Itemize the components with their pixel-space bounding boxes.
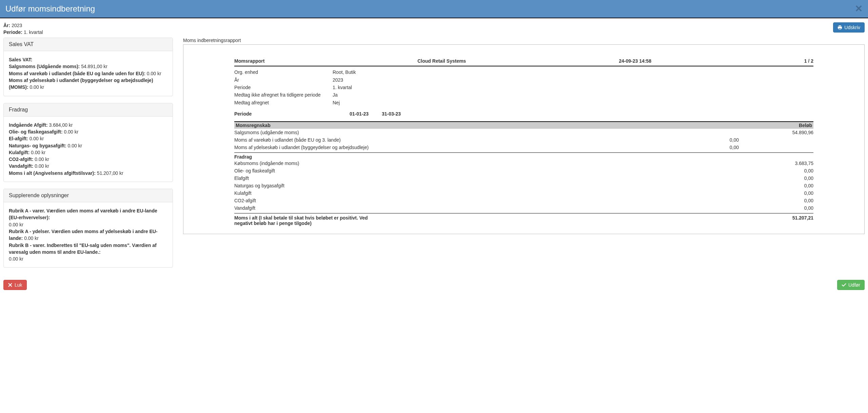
- panel-line-value: 0.00 kr: [35, 163, 49, 169]
- report-meta-value: Nej: [333, 99, 340, 106]
- x-icon: [8, 283, 13, 287]
- report-total-label: Moms i alt (I skal betale til skat hvis …: [234, 215, 377, 226]
- panel-line-label: Moms af varekøb i udlandet (både EU og l…: [9, 71, 147, 76]
- report-row-label: Elafgift: [234, 175, 780, 181]
- report-row: CO2-afgift0,00: [234, 197, 813, 204]
- report-row-label: CO2-afgift: [234, 198, 780, 203]
- panel-line-label: Moms i alt (Angivelsens afgiftstilsvar):: [9, 170, 97, 176]
- panel-line-value: 54.891,00 kr: [81, 64, 107, 69]
- report-row: Salgsmoms (udgående moms)54.890,96: [234, 129, 813, 136]
- report-head-company: Cloud Retail Systems: [417, 58, 466, 64]
- report-meta-key: År: [234, 76, 333, 84]
- report-row-label: Salgsmoms (udgående moms): [234, 130, 712, 135]
- report-meta-key: Medtag afregnet: [234, 99, 333, 106]
- panel-sales-vat: Sales VAT Sales VAT: Salgsmoms (Udgående…: [3, 38, 173, 96]
- report-period-to: 31-03-23: [382, 111, 401, 117]
- modal-title: Udfør momsindberetning: [5, 4, 95, 14]
- panel-line-value: 3.684,00 kr: [49, 122, 73, 128]
- year-value: 2023: [12, 23, 22, 28]
- report-caption: Moms indberetningsrapport: [183, 38, 865, 43]
- panel-line-label: CO2-afgift:: [9, 157, 35, 162]
- panel-deductions-title: Fradrag: [4, 103, 173, 117]
- report-period-from: 01-01-23: [350, 111, 382, 117]
- report-row-value: 0,00: [780, 183, 813, 188]
- report-row-value: 54.890,96: [780, 130, 813, 135]
- report-row: Købsmoms (indgående moms)3.683,75: [234, 160, 813, 167]
- panel-deductions: Fradrag Indgående Afgift: 3.684,00 krOli…: [3, 103, 173, 182]
- panel-line-label: Salgsmoms (Udgående moms):: [9, 64, 81, 69]
- modal-header: Udfør momsindberetning ✕: [0, 0, 868, 18]
- panel-supplementary-title: Supplerende oplysninger: [4, 189, 173, 202]
- report-preview[interactable]: Momsrapport Cloud Retail Systems 24-09-2…: [183, 44, 865, 234]
- report-row-label: Moms af varekøb i udlandet (både EU og 3…: [234, 137, 712, 143]
- panel-line-value: 0.00 kr: [35, 157, 49, 162]
- report-row-label: Moms af ydelseskøb i udlandet (byggeydel…: [234, 145, 712, 150]
- report-fradrag-label: Fradrag: [234, 154, 252, 160]
- panel-line-label: Olie- og flaskegasafgift:: [9, 129, 64, 135]
- panel-line-value: 0.00 kr: [147, 71, 161, 76]
- report-meta-value: 2023: [333, 76, 343, 84]
- report-meta-value: Ja: [333, 91, 338, 99]
- panel-line-label: Sales VAT:: [9, 57, 33, 62]
- close-button-label: Luk: [15, 282, 22, 288]
- panel-line-value: 0.00 kr: [24, 235, 39, 241]
- close-button[interactable]: Luk: [3, 280, 27, 290]
- report-row-label: Købsmoms (indgående moms): [234, 161, 780, 166]
- report-meta-key: Org. enhed: [234, 68, 333, 76]
- report-row-label: Olie- og flaskeafgift: [234, 168, 780, 173]
- execute-button-label: Udfør: [848, 282, 860, 288]
- panel-line-label: Naturgas- og bygasafgift:: [9, 143, 67, 148]
- panel-line-value: 0.00 kr: [67, 143, 82, 148]
- panel-line-value: 51.207,00 kr: [97, 170, 123, 176]
- report-row-label: Naturgas og bygasafgift: [234, 183, 780, 188]
- close-icon[interactable]: ✕: [855, 4, 863, 14]
- report-row: Moms af ydelseskøb i udlandet (byggeydel…: [234, 144, 813, 151]
- report-meta-value: Root, Butik: [333, 68, 356, 76]
- report-row-value: 0,00: [780, 168, 813, 173]
- panel-line-value: 0.00 kr: [29, 136, 44, 141]
- panel-line-label: Rubrik B - varer. Indberettes til "EU-sa…: [9, 243, 157, 255]
- period-value: 1. kvartal: [24, 29, 43, 35]
- report-row: Elafgift0,00: [234, 174, 813, 182]
- execute-button[interactable]: Udfør: [837, 280, 865, 290]
- report-section-head-left: Momsregnskab: [236, 123, 271, 128]
- report-section-head-right: Beløb: [799, 123, 812, 128]
- report-row-value: 0,00: [780, 205, 813, 211]
- report-head-page: 1 / 2: [804, 58, 813, 64]
- report-row-value: [780, 137, 813, 143]
- panel-line-label: Kulafgift:: [9, 150, 31, 155]
- panel-line-value: 0.00 kr: [64, 129, 79, 135]
- check-icon: [842, 283, 846, 287]
- report-meta-key: Medtag ikke afregnet fra tidligere perio…: [234, 91, 333, 99]
- report-head-title: Momsrapport: [234, 58, 264, 64]
- panel-line-value: 0.00 kr: [31, 150, 45, 155]
- report-row: Naturgas og bygasafgift0,00: [234, 182, 813, 189]
- report-row-value: 0,00: [780, 198, 813, 203]
- report-row-mid: 0,00: [712, 145, 780, 150]
- report-meta-value: 1. kvartal: [333, 84, 352, 91]
- panel-line-value: 0.00 kr: [9, 222, 23, 227]
- panel-sales-vat-title: Sales VAT: [4, 38, 173, 51]
- report-row-value: 0,00: [780, 190, 813, 196]
- period-label: Periode:: [3, 29, 22, 35]
- report-row-label: Kulafgift: [234, 190, 780, 196]
- panel-line-label: El-afgift:: [9, 136, 29, 141]
- report-row: Vandafgift0,00: [234, 204, 813, 212]
- report-row: Moms af varekøb i udlandet (både EU og 3…: [234, 136, 813, 144]
- panel-line-label: Rubrik A - varer. Værdien uden moms af v…: [9, 208, 157, 220]
- panel-supplementary: Supplerende oplysninger Rubrik A - varer…: [3, 189, 173, 268]
- year-label: År:: [3, 23, 10, 28]
- print-button-label: Udskriv: [844, 25, 860, 30]
- report-period-label: Periode: [234, 111, 350, 117]
- panel-line-value: 0.00 kr: [29, 84, 44, 90]
- report-row-value: 3.683,75: [780, 161, 813, 166]
- report-row-label: Vandafgift: [234, 205, 780, 211]
- print-icon: [837, 25, 842, 30]
- report-row: Olie- og flaskeafgift0,00: [234, 167, 813, 174]
- report-row-value: 0,00: [780, 175, 813, 181]
- print-button[interactable]: Udskriv: [833, 22, 865, 33]
- report-row-value: [780, 145, 813, 150]
- panel-line-label: Vandafgift:: [9, 163, 35, 169]
- meta-block: År: 2023 Periode: 1. kvartal: [3, 22, 43, 36]
- report-row-mid: [712, 130, 780, 135]
